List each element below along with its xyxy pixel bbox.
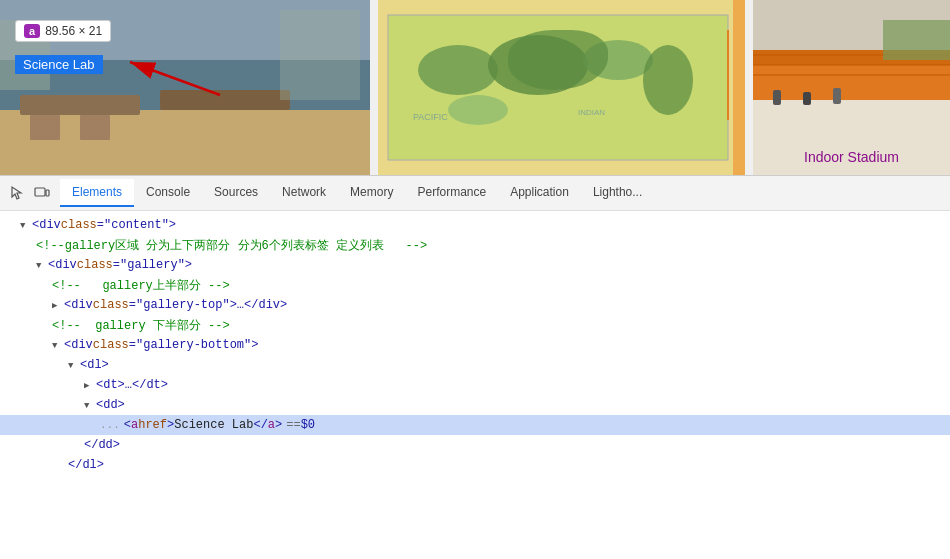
device-icon[interactable] xyxy=(32,183,52,203)
tooltip-box: a 89.56 × 21 xyxy=(15,20,111,42)
tri-1 xyxy=(20,218,30,232)
svg-rect-32 xyxy=(803,92,811,105)
tooltip-letter: a xyxy=(24,24,40,38)
highlight-label: Science Lab xyxy=(15,55,103,74)
code-line-4[interactable]: <!-- gallery上半部分 --> xyxy=(0,275,950,295)
svg-point-15 xyxy=(488,35,588,95)
code-line-3[interactable]: <div class="gallery"> xyxy=(0,255,950,275)
code-line-12[interactable]: </dd> xyxy=(0,435,950,455)
worldmap-image: PACIFIC INDIAN xyxy=(378,0,745,175)
svg-rect-33 xyxy=(833,88,841,104)
tri-10 xyxy=(84,398,94,412)
tri-8 xyxy=(68,358,78,372)
preview-middle: PACIFIC INDIAN xyxy=(378,0,745,175)
svg-rect-35 xyxy=(46,190,49,196)
code-line-7[interactable]: <div class="gallery-bottom"> xyxy=(0,335,950,355)
tab-console[interactable]: Console xyxy=(134,179,202,207)
code-line-8[interactable]: <dl> xyxy=(0,355,950,375)
code-line-1[interactable]: <div class="content"> xyxy=(0,215,950,235)
tab-sources[interactable]: Sources xyxy=(202,179,270,207)
devtools-content: <div class="content"> <!--gallery区域 分为上下… xyxy=(0,211,950,559)
svg-rect-30 xyxy=(883,20,950,60)
tab-network[interactable]: Network xyxy=(270,179,338,207)
tooltip-dimensions: 89.56 × 21 xyxy=(45,24,102,38)
tab-lighthouse[interactable]: Lightho... xyxy=(581,179,654,207)
cursor-icon[interactable] xyxy=(8,183,28,203)
code-line-2[interactable]: <!--gallery区域 分为上下两部分 分为6个列表标签 定义列表 --> xyxy=(0,235,950,255)
indoor-stadium-label: Indoor Stadium xyxy=(804,149,899,165)
tri-9 xyxy=(84,378,94,392)
tab-memory[interactable]: Memory xyxy=(338,179,405,207)
preview-right: Indoor Stadium xyxy=(753,0,950,175)
code-line-10[interactable]: <dd> xyxy=(0,395,950,415)
tri-3 xyxy=(36,258,46,272)
devtools-tabs: Elements Console Sources Network Memory … xyxy=(0,176,950,211)
code-line-5[interactable]: <div class="gallery-top">…</div> xyxy=(0,295,950,315)
svg-rect-21 xyxy=(733,0,745,175)
svg-rect-24 xyxy=(753,60,950,100)
preview-left: a 89.56 × 21 Science Lab xyxy=(0,0,370,175)
svg-rect-6 xyxy=(80,115,110,140)
svg-rect-3 xyxy=(20,95,140,115)
svg-text:PACIFIC: PACIFIC xyxy=(413,112,448,122)
svg-rect-8 xyxy=(280,10,360,100)
svg-rect-31 xyxy=(773,90,781,105)
code-line-13[interactable]: </dl> xyxy=(0,455,950,475)
preview-area: a 89.56 × 21 Science Lab xyxy=(0,0,950,175)
svg-point-14 xyxy=(418,45,498,95)
three-dots: ... xyxy=(100,419,120,431)
svg-rect-5 xyxy=(30,115,60,140)
svg-point-18 xyxy=(448,95,508,125)
devtools-panel: Elements Console Sources Network Memory … xyxy=(0,175,950,559)
tab-application[interactable]: Application xyxy=(498,179,581,207)
svg-text:INDIAN: INDIAN xyxy=(578,108,605,117)
code-line-9[interactable]: <dt>…</dt> xyxy=(0,375,950,395)
tab-performance[interactable]: Performance xyxy=(405,179,498,207)
svg-point-17 xyxy=(643,45,693,115)
code-line-11-selected[interactable]: ... <a href>Science Lab</a>== $0 xyxy=(0,415,950,435)
svg-point-16 xyxy=(583,40,653,80)
tri-5 xyxy=(52,298,62,312)
tab-elements[interactable]: Elements xyxy=(60,179,134,207)
svg-rect-4 xyxy=(160,90,290,110)
gap-1 xyxy=(370,0,378,175)
tri-7 xyxy=(52,338,62,352)
svg-rect-34 xyxy=(35,188,45,196)
gap-2 xyxy=(745,0,753,175)
code-line-6[interactable]: <!-- gallery 下半部分 --> xyxy=(0,315,950,335)
